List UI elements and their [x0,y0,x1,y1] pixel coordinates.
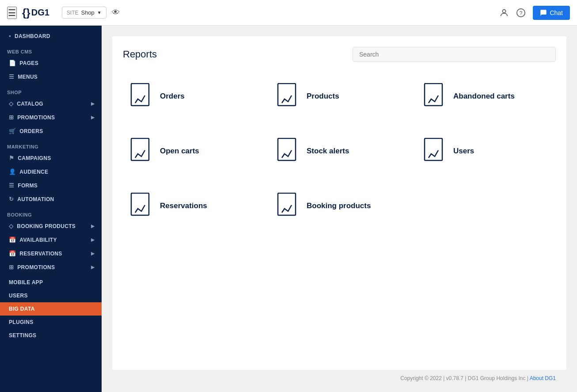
sidebar-item-dashboard[interactable]: ▪ DASHBOARD [0,26,102,43]
pages-icon: 📄 [9,60,16,66]
catalog-icon: ◇ [9,100,13,107]
sidebar-item-promotions-shop[interactable]: ⊞ PROMOTIONS ▶ [0,110,102,124]
dashboard-icon: ▪ [9,33,11,39]
sidebar-item-forms[interactable]: ☰ FORMS [0,179,102,192]
report-item-products[interactable]: Products [270,72,409,120]
sidebar-menus-label: MENUS [18,74,38,80]
sidebar-item-campaigns[interactable]: ⚑ CAMPAIGNS [0,151,102,165]
footer: Copyright © 2022 | v0.78.7 | DG1 Group H… [112,370,566,381]
sidebar-booking-products-label: BOOKING PRODUCTS [17,223,76,229]
report-item-users[interactable]: Users [416,127,556,175]
hamburger-menu[interactable]: ☰ [7,7,17,19]
sidebar-item-pages[interactable]: 📄 PAGES [0,56,102,70]
section-booking: BOOKING [0,206,102,219]
chat-label: Chat [550,9,563,16]
sidebar-settings-label: SETTINGS [9,332,36,339]
page-title: Reports [123,49,157,60]
report-item-open-carts[interactable]: Open carts [123,127,262,175]
promotions-shop-icon: ⊞ [9,114,14,121]
reservations-report-icon [130,193,153,219]
availability-chevron-icon: ▶ [91,237,95,242]
sidebar-availability-label: AVAILABILITY [19,237,57,243]
search-input[interactable] [353,47,556,62]
svg-rect-13 [425,138,442,160]
logo-text: DG1 [31,8,49,18]
orders-report-icon [130,83,153,110]
users-report-label: Users [453,147,474,156]
report-item-reservations[interactable]: Reservations [123,182,262,230]
report-item-stock-alerts[interactable]: Stock alerts [270,127,409,175]
booking-products-icon: ◇ [9,223,13,229]
help-icon-btn[interactable]: ? [516,8,526,18]
sidebar-automation-label: AUTOMATION [17,196,54,202]
campaigns-icon: ⚑ [9,155,14,161]
sidebar-item-settings[interactable]: SETTINGS [0,329,102,342]
sidebar-reservations-label: RESERVATIONS [19,251,62,257]
products-report-label: Products [307,92,339,101]
sidebar-forms-label: FORMS [18,183,38,189]
sidebar-item-reservations[interactable]: 📅 RESERVATIONS ▶ [0,247,102,260]
report-item-booking-products[interactable]: Booking products [270,182,409,230]
svg-rect-15 [131,193,149,215]
stock-alerts-report-label: Stock alerts [307,147,349,156]
sidebar-catalog-label: CATALOG [17,101,43,107]
booking-products-chevron-icon: ▶ [91,224,95,228]
sidebar-item-big-data[interactable]: BIG DATA [0,302,102,316]
sidebar-orders-label: ORDERS [19,128,43,134]
reports-grid: Orders Products [123,72,556,230]
sidebar-item-orders[interactable]: 🛒 ORDERS [0,124,102,138]
abandoned-carts-report-label: Abandoned carts [453,92,515,101]
svg-rect-3 [131,84,149,106]
sidebar-audience-label: AUDIENCE [19,169,48,175]
open-carts-report-icon [130,138,153,164]
eye-icon-btn[interactable]: 👁 [112,8,120,17]
sidebar-item-automation[interactable]: ↻ AUTOMATION [0,192,102,206]
user-icon-btn[interactable] [499,8,509,18]
site-label: SITE [67,10,79,16]
abandoned-carts-report-icon [423,83,446,110]
sidebar-item-audience[interactable]: 👤 AUDIENCE [0,165,102,179]
report-item-abandoned-carts[interactable]: Abandoned carts [416,72,556,120]
sidebar-big-data-label: BIG DATA [9,306,35,312]
about-link[interactable]: About DG1 [530,375,556,381]
sidebar-item-availability[interactable]: 📅 AVAILABILITY ▶ [0,233,102,247]
shop-selector-value: Shop [81,9,94,16]
sidebar: ▪ DASHBOARD WEB CMS 📄 PAGES ☰ MENUS SHOP… [0,26,102,392]
report-item-orders[interactable]: Orders [123,72,262,120]
reservations-report-label: Reservations [160,202,207,210]
reports-header: Reports [123,47,556,62]
menus-icon: ☰ [9,73,14,80]
forms-icon: ☰ [9,182,14,189]
sidebar-item-promotions-booking[interactable]: ⊞ PROMOTIONS ▶ [0,260,102,274]
svg-point-0 [503,9,506,12]
svg-text:?: ? [520,10,523,16]
sidebar-item-mobile-app[interactable]: MOBILE APP [0,276,102,289]
logo-brackets-left: {} [22,7,30,19]
chat-button[interactable]: Chat [533,6,570,20]
reservations-chevron-icon: ▶ [91,251,95,256]
sidebar-item-users[interactable]: USERS [0,289,102,302]
availability-icon: 📅 [9,236,16,243]
promotions-shop-chevron-icon: ▶ [91,115,95,120]
topbar-actions: ? Chat [499,6,570,20]
sidebar-promotions-shop-label: PROMOTIONS [17,114,55,121]
site-selector[interactable]: SITE Shop ▼ [62,7,106,19]
sidebar-pages-label: PAGES [19,60,38,66]
svg-rect-5 [278,84,296,106]
svg-rect-9 [131,138,149,160]
sidebar-item-menus[interactable]: ☰ MENUS [0,70,102,84]
open-carts-report-label: Open carts [160,147,199,156]
logo: {} DG1 [22,7,49,19]
sidebar-item-booking-products[interactable]: ◇ BOOKING PRODUCTS ▶ [0,219,102,233]
sidebar-plugins-label: PLUGINS [9,319,33,325]
footer-copyright: Copyright © 2022 | v0.78.7 | DG1 Group H… [400,375,525,381]
orders-report-label: Orders [160,92,185,101]
svg-rect-17 [278,193,296,215]
sidebar-dashboard-label: DASHBOARD [15,33,50,39]
sidebar-item-catalog[interactable]: ◇ CATALOG ▶ [0,97,102,110]
sidebar-item-plugins[interactable]: PLUGINS [0,316,102,329]
promotions-booking-chevron-icon: ▶ [91,265,95,270]
audience-icon: 👤 [9,168,16,175]
svg-rect-11 [278,138,296,160]
content-area: Reports Orders [102,26,577,392]
